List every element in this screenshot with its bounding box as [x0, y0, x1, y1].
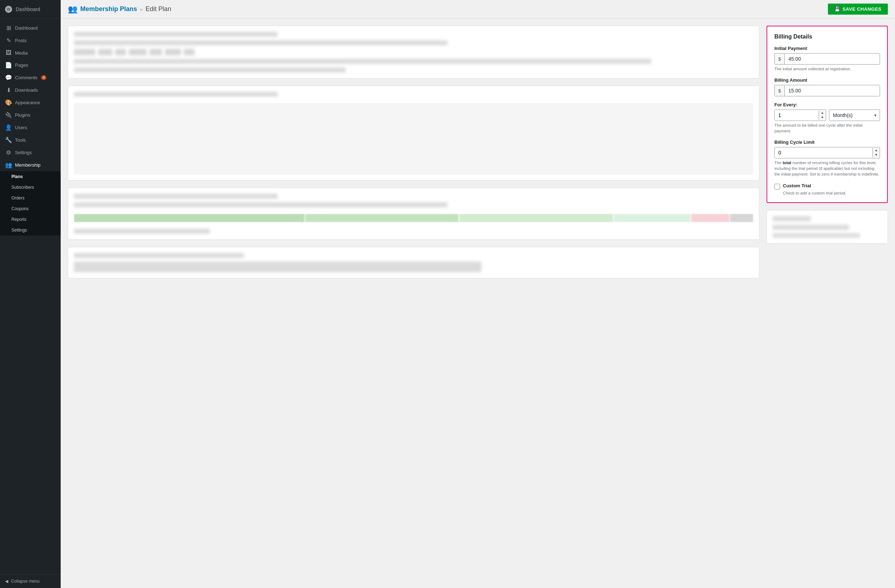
billing-cycle-label: Billing Cycle Limit	[774, 139, 880, 145]
sidebar-logo[interactable]: W Dashboard	[0, 0, 61, 19]
blur-line-4	[74, 67, 346, 73]
blurred-top-block	[68, 26, 759, 79]
sidebar-item-posts[interactable]: ✎ Posts	[0, 34, 61, 47]
color-seg-green1	[74, 214, 304, 222]
for-every-down-arrow[interactable]: ▼	[819, 115, 826, 120]
save-changes-button[interactable]: 💾 SAVE CHANGES	[828, 3, 888, 15]
for-every-number-wrap: ▲ ▼	[774, 109, 826, 121]
dashboard-icon: ⊞	[5, 24, 12, 32]
breadcrumb-separator: »	[140, 6, 143, 12]
blur-line-5	[74, 92, 278, 97]
for-every-up-arrow[interactable]: ▲	[819, 111, 826, 115]
color-seg-green3	[459, 214, 613, 222]
sidebar-item-coupons[interactable]: Coupons	[0, 203, 61, 214]
sidebar-item-label-comments: Comments	[15, 75, 38, 80]
blur-grid-1	[74, 49, 753, 55]
sidebar-item-label-users: Users	[15, 125, 27, 130]
sidebar-item-settings-sub[interactable]: Settings	[0, 225, 61, 235]
sidebar-item-label-membership: Membership	[15, 162, 41, 168]
billing-amount-field: Billing Amount $	[774, 77, 880, 96]
color-seg-grey	[730, 214, 753, 222]
sidebar-item-settings[interactable]: ⚙ Settings	[0, 146, 61, 159]
breadcrumb-icon: 👥	[68, 5, 77, 14]
collapse-menu-button[interactable]: ◀ Collapse menu	[0, 574, 61, 588]
right-panel: Billing Details Initial Payment $ The in…	[766, 26, 888, 581]
sidebar-item-reports[interactable]: Reports	[0, 214, 61, 225]
color-bar-area	[74, 211, 753, 225]
color-seg-green4	[614, 214, 690, 222]
sidebar-item-plugins[interactable]: 🔌 Plugins	[0, 109, 61, 121]
blur-box-7	[184, 49, 194, 55]
billing-details-title: Billing Details	[774, 33, 880, 40]
sidebar: W Dashboard ⊞ Dashboard ✎ Posts 🖼 Media …	[0, 0, 61, 588]
sidebar-item-appearance[interactable]: 🎨 Appearance	[0, 96, 61, 109]
for-every-period-select[interactable]: Day(s) Week(s) Month(s) Year(s)	[829, 109, 880, 121]
billing-cycle-up-arrow[interactable]: ▲	[873, 148, 880, 153]
custom-trial-row: Custom Trial	[774, 183, 880, 189]
membership-submenu: PlansSubscribersOrdersCouponsReportsSett…	[0, 171, 61, 235]
sidebar-item-users[interactable]: 👤 Users	[0, 121, 61, 134]
blur-line-10	[74, 262, 481, 272]
blur-box-2	[98, 49, 112, 55]
initial-payment-hint: The initial amount collected at registra…	[774, 66, 880, 72]
for-every-period-wrap: Day(s) Week(s) Month(s) Year(s) ▼	[829, 109, 880, 121]
breadcrumb-current-page: Edit Plan	[146, 5, 171, 13]
tools-icon: 🔧	[5, 136, 12, 144]
initial-payment-label: Initial Payment	[774, 45, 880, 51]
blur-line-3	[74, 59, 651, 64]
sidebar-item-media[interactable]: 🖼 Media	[0, 47, 61, 59]
pages-icon: 📄	[5, 62, 12, 68]
blur-box-1	[74, 49, 95, 55]
sidebar-item-plans[interactable]: Plans	[0, 171, 61, 182]
for-every-hint: The amount to be billed one cycle after …	[774, 123, 880, 134]
sidebar-item-orders[interactable]: Orders	[0, 192, 61, 203]
initial-payment-input[interactable]	[785, 53, 880, 64]
custom-trial-label: Custom Trial	[783, 183, 811, 188]
breadcrumb-link[interactable]: Membership Plans	[80, 5, 137, 13]
color-seg-green2	[305, 214, 458, 222]
blurred-bottom-block	[68, 188, 759, 240]
billing-amount-prefix: $	[775, 86, 785, 96]
sidebar-sublabel-reports: Reports	[11, 217, 26, 222]
sidebar-item-label-settings: Settings	[15, 150, 32, 155]
sidebar-item-downloads[interactable]: ⬇ Downloads	[0, 84, 61, 96]
sidebar-item-comments[interactable]: 💬 Comments 4	[0, 71, 61, 84]
blur-line-2	[74, 40, 448, 45]
blur-line-r2	[773, 225, 849, 230]
blur-box-4	[129, 49, 147, 55]
billing-cycle-hint: The total number of recurring billing cy…	[774, 160, 880, 177]
billing-amount-input[interactable]	[785, 85, 880, 96]
content-area: Billing Details Initial Payment $ The in…	[61, 18, 895, 588]
save-icon: 💾	[834, 6, 840, 12]
blurred-footer-block	[68, 247, 759, 278]
blur-line-7	[74, 202, 448, 207]
color-bar	[74, 214, 753, 222]
custom-trial-hint: Check to add a custom trial period.	[783, 191, 880, 195]
billing-cycle-down-arrow[interactable]: ▼	[873, 153, 880, 158]
save-button-label: SAVE CHANGES	[843, 6, 881, 12]
sidebar-navigation: ⊞ Dashboard ✎ Posts 🖼 Media 📄 Pages 💬 Co…	[0, 19, 61, 574]
left-panel	[68, 26, 759, 581]
main-area: 👥 Membership Plans » Edit Plan 💾 SAVE CH…	[61, 0, 895, 588]
for-every-arrows: ▲ ▼	[819, 111, 826, 120]
collapse-label: Collapse menu	[11, 579, 39, 584]
sidebar-sublabel-plans: Plans	[11, 174, 23, 179]
sidebar-item-label-tools: Tools	[15, 137, 26, 143]
sidebar-item-label-media: Media	[15, 50, 27, 56]
sidebar-item-label-plugins: Plugins	[15, 112, 30, 118]
sidebar-item-label-dashboard: Dashboard	[15, 25, 38, 31]
sidebar-item-dashboard[interactable]: ⊞ Dashboard	[0, 22, 61, 34]
sidebar-sublabel-orders: Orders	[11, 195, 24, 200]
blur-line-r1	[773, 216, 811, 221]
for-every-number-input[interactable]	[775, 110, 819, 121]
billing-cycle-input[interactable]	[775, 147, 872, 158]
sidebar-item-subscribers[interactable]: Subscribers	[0, 182, 61, 192]
blurred-middle-block	[68, 86, 759, 180]
sidebar-item-membership[interactable]: 👥 Membership	[0, 159, 61, 171]
custom-trial-checkbox[interactable]	[774, 184, 780, 189]
media-icon: 🖼	[5, 50, 12, 56]
sidebar-item-pages[interactable]: 📄 Pages	[0, 59, 61, 71]
sidebar-item-tools[interactable]: 🔧 Tools	[0, 134, 61, 146]
initial-payment-prefix: $	[775, 54, 785, 64]
blurred-large-area	[74, 103, 753, 174]
